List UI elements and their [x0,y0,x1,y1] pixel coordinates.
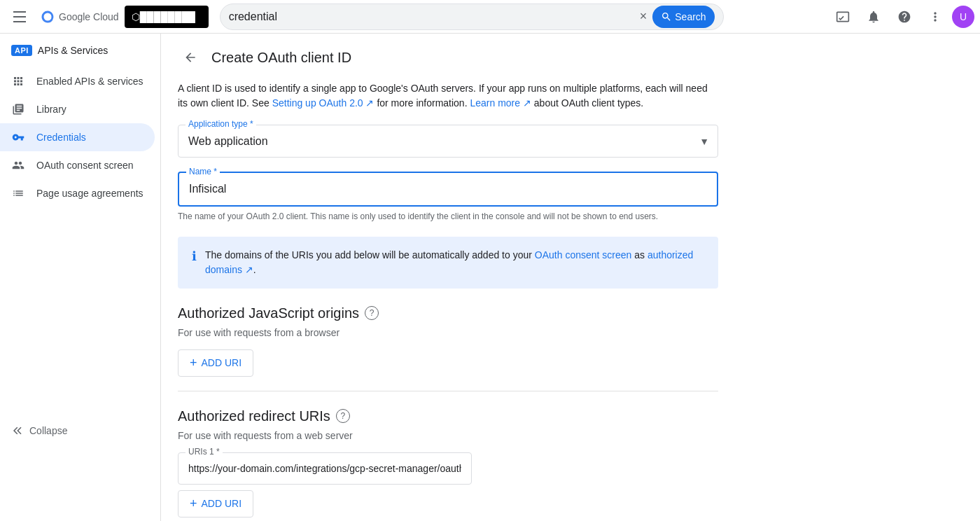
google-cloud-icon [39,8,56,25]
name-label: Name * [186,167,220,176]
sidebar-item-page-usage-label: Page usage agreements [36,188,144,199]
js-origins-add-uri-label: ADD URI [202,357,242,368]
redirect-uri-input-wrapper: URIs 1 * [178,452,472,485]
learn-more-link[interactable]: Learn more ↗ [470,97,531,109]
sidebar-title: APIs & Services [38,45,108,56]
redirect-uri-label: URIs 1 * [186,447,223,457]
js-origins-title: Authorized JavaScript origins ? [178,305,718,321]
sidebar-item-credentials[interactable]: Credentials [0,123,155,151]
redirect-uris-help-icon[interactable]: ? [336,409,350,423]
nav-icons: U [829,3,974,31]
hamburger-menu-button[interactable] [6,3,34,31]
back-button[interactable] [178,45,203,70]
console-icon [836,10,850,24]
search-icon [661,11,672,22]
collapse-sidebar-button[interactable]: Collapse [0,417,160,444]
name-input[interactable] [179,173,717,205]
key-icon [11,130,25,144]
sidebar-item-library-label: Library [36,104,66,115]
google-cloud-logo[interactable]: Google Cloud [39,8,119,25]
application-type-group: Application type * Web application iOS A… [178,125,718,158]
search-button-label: Search [675,11,706,22]
redirect-uris-title: Authorized redirect URIs ? [178,408,718,424]
more-vert-icon [928,10,942,24]
add-uri-plus-icon: + [190,356,197,370]
info-icon: ℹ [192,249,197,264]
main-content: Create OAuth client ID A client ID is us… [161,34,980,521]
collapse-label: Collapse [29,425,67,436]
js-origins-desc: For use with requests from a browser [178,327,718,338]
redirect-uris-add-uri-button[interactable]: + ADD URI [178,490,253,517]
grid-icon [11,74,25,88]
consent-screen-link[interactable]: OAuth consent screen [535,249,632,260]
hamburger-icon [13,11,26,22]
setting-up-oauth-link[interactable]: Setting up OAuth 2.0 ↗ [272,97,374,109]
name-input-wrapper: Name * [178,172,718,207]
application-type-select[interactable]: Web application iOS Android Desktop app … [178,125,718,157]
js-origins-section: Authorized JavaScript origins ? For use … [178,305,718,377]
list-icon [11,186,25,200]
application-type-label: Application type * [186,119,256,129]
search-button[interactable]: Search [652,6,714,28]
bell-icon [867,10,881,24]
redirect-uris-section: Authorized redirect URIs ? For use with … [178,408,718,517]
info-box: ℹ The domains of the URIs you add below … [178,237,718,289]
more-options-button[interactable] [921,3,949,31]
help-icon [897,10,911,24]
sidebar-item-page-usage[interactable]: Page usage agreements [0,179,155,207]
top-nav: Google Cloud ⬡ ████████ × Search [0,0,980,34]
sidebar-item-oauth-consent-label: OAuth consent screen [36,160,134,171]
name-group: Name * The name of your OAuth 2.0 client… [178,172,718,223]
project-name: ████████ [140,11,195,22]
page-description: A client ID is used to identify a single… [178,81,718,111]
content-header: Create OAuth client ID [161,34,980,81]
help-button[interactable] [890,3,918,31]
page-title: Create OAuth client ID [211,50,351,66]
redirect-uri-input[interactable] [178,453,471,484]
collapse-icon [11,424,24,437]
sidebar-item-library[interactable]: Library [0,95,155,123]
api-badge: API [11,45,32,56]
sidebar-item-enabled-apis[interactable]: Enabled APIs & services [0,67,155,95]
name-hint: The name of your OAuth 2.0 client. This … [178,211,718,223]
console-icon-button[interactable] [829,3,857,31]
back-arrow-icon [183,50,197,64]
sidebar-item-credentials-label: Credentials [36,132,86,143]
content-body: A client ID is used to identify a single… [161,81,735,521]
redirect-add-uri-plus-icon: + [190,496,197,511]
info-box-text: The domains of the URIs you add below wi… [205,248,704,277]
book-icon [11,102,25,116]
body-wrap: API APIs & Services Enabled APIs & servi… [0,34,980,521]
project-selector[interactable]: ⬡ ████████ [125,6,209,28]
sidebar-item-oauth-consent[interactable]: OAuth consent screen [0,151,155,179]
js-origins-add-uri-button[interactable]: + ADD URI [178,349,253,377]
people-icon [11,158,25,172]
user-avatar[interactable]: U [952,6,974,28]
sidebar: API APIs & Services Enabled APIs & servi… [0,34,161,521]
redirect-uris-add-uri-label: ADD URI [202,498,242,509]
redirect-uris-desc: For use with requests from a web server [178,430,718,441]
application-type-select-wrapper: Application type * Web application iOS A… [178,125,718,158]
sidebar-item-enabled-apis-label: Enabled APIs & services [36,76,144,87]
search-clear-icon[interactable]: × [640,9,648,24]
js-origins-help-icon[interactable]: ? [365,306,379,320]
search-bar: × Search [220,4,724,30]
project-selector-dot: ⬡ [132,11,140,22]
notifications-button[interactable] [860,3,888,31]
google-cloud-text: Google Cloud [59,11,119,22]
divider [178,391,718,391]
sidebar-header: API APIs & Services [0,39,160,67]
search-input[interactable] [229,11,640,23]
